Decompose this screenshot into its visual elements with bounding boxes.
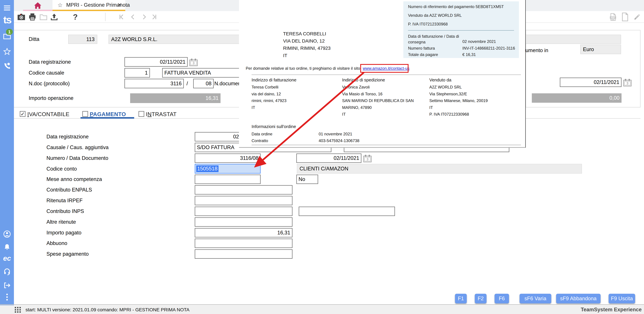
export-pdf-icon[interactable]: PDF xyxy=(609,13,617,21)
invoice-bottom-rule xyxy=(252,144,521,145)
seller-title: Venduto da xyxy=(429,77,452,83)
order-info-title: Informazioni sull'ordine xyxy=(252,124,296,129)
camera-capture-icon[interactable] xyxy=(17,13,25,21)
data-registrazione-field[interactable]: 02/11/2021 xyxy=(124,57,188,67)
f2-button[interactable]: F2 xyxy=(475,294,486,304)
f6-button[interactable]: F6 xyxy=(494,294,509,304)
tab-close-icon[interactable]: ✕ xyxy=(118,2,122,8)
pg-mese-anno-field[interactable] xyxy=(195,175,260,184)
total-due-label: Totale da pagare xyxy=(408,52,438,57)
importo-operazione-label: Importo operazione xyxy=(29,95,74,101)
shipping-address-line: Via Masio di Tonso, 16 xyxy=(342,92,382,96)
tab-iva-contabile[interactable]: IVA/CONTABILE xyxy=(27,111,70,117)
calendar-icon[interactable]: 3 xyxy=(363,154,372,163)
tab-pagamento[interactable]: PAGAMENTO xyxy=(90,111,126,117)
f1-button[interactable]: F1 xyxy=(455,294,467,304)
tab-intrastat[interactable]: INTRASTAT xyxy=(146,111,176,117)
active-tab-indicator xyxy=(80,117,134,119)
group-right-border xyxy=(640,30,640,107)
pg-irpef-label: Ritenuta IRPEF xyxy=(46,198,82,204)
home-tab-underline xyxy=(23,10,52,11)
home-tab[interactable] xyxy=(23,0,52,11)
pg-enpals-field[interactable] xyxy=(195,185,292,195)
nav-prev-icon[interactable] xyxy=(129,13,137,21)
data-documento-field[interactable]: 02/11/2021 xyxy=(560,78,622,87)
logout-exit-icon[interactable] xyxy=(3,281,11,290)
nav-last-icon[interactable] xyxy=(150,13,158,21)
ndoc-field[interactable]: 3116 xyxy=(124,79,184,88)
nav-first-icon[interactable] xyxy=(118,13,126,21)
print-icon[interactable] xyxy=(28,13,36,21)
pg-codice-conto-field[interactable]: 1505518 xyxy=(195,164,260,174)
pg-importo-pagato-label: Importo pagato xyxy=(46,230,82,236)
sf9-abbandona-button[interactable]: sF9 Abbandona xyxy=(556,294,600,304)
pg-spese-field[interactable] xyxy=(195,249,292,259)
pg-data-registrazione-label: Data registrazione xyxy=(46,134,89,140)
pg-inps-extra-field[interactable] xyxy=(299,207,395,216)
codice-causale-label: Codice causale xyxy=(29,70,64,76)
contract-value: 403-5475924-1306738 xyxy=(319,138,360,143)
support-headset-icon[interactable] xyxy=(3,268,11,276)
seller-line: IT xyxy=(429,105,433,110)
annotation-highlight-box xyxy=(360,64,408,73)
pg-irpef-field[interactable] xyxy=(195,196,292,205)
pg-inps-field[interactable] xyxy=(195,207,292,216)
active-tab[interactable]: ☆ MPRI - Gestione Primanota ✕ xyxy=(52,0,125,10)
f9-uscita-button[interactable]: F9 Uscita xyxy=(608,294,635,304)
pagamento-checkbox[interactable] xyxy=(82,111,88,117)
pg-altre-label: Altre ritenute xyxy=(46,219,76,225)
notifications-bell-icon[interactable] xyxy=(3,243,11,251)
codice-causale-field[interactable]: 1 xyxy=(124,68,150,78)
ndoc-suffix-field[interactable]: 08 xyxy=(193,79,214,88)
importo-operazione-field: 16,31 xyxy=(130,93,220,103)
more-options-icon[interactable] xyxy=(3,293,11,301)
billing-address-line: rimini, rimini, 47923 xyxy=(252,98,286,103)
iva-contabile-checkbox[interactable]: ✓ xyxy=(20,111,26,117)
ditta-code-field[interactable]: 113 xyxy=(68,35,97,44)
pg-conto-desc-field: CLIENTI C/AMAZON xyxy=(297,164,582,174)
edit-pencil-icon[interactable] xyxy=(633,13,641,21)
codice-causale-desc-field[interactable]: FATTURA VENDITA xyxy=(162,68,250,78)
pg-abbuono-field[interactable] xyxy=(195,239,292,248)
app-root: ts 1 ec ☆ xyxy=(0,0,644,314)
pg-numero-field[interactable]: 3116/08 xyxy=(195,153,260,163)
teamsystem-logo[interactable]: ts xyxy=(1,14,13,25)
billing-address-line: Teresa Corbelli xyxy=(252,85,278,89)
pg-flag-field[interactable]: No xyxy=(296,175,318,184)
pg-altre-field[interactable] xyxy=(195,217,292,227)
pg-causale-label: Causale / Caus. aggiuntiva xyxy=(46,144,109,150)
grid-menu-icon[interactable] xyxy=(15,307,21,313)
user-profile-icon[interactable] xyxy=(3,230,11,238)
intrastat-checkbox[interactable] xyxy=(138,111,144,117)
seller-line: P. IVA IT07212330968 xyxy=(429,112,469,117)
phone-contacts-icon[interactable] xyxy=(3,62,11,70)
sf6-varia-button[interactable]: sF6 Varia xyxy=(520,294,551,304)
seller-line: Settimo Milanese, Milano, 20019 xyxy=(429,98,488,103)
open-folder-icon[interactable] xyxy=(40,13,48,21)
billing-address-line: IT xyxy=(252,105,255,110)
calendar-icon[interactable]: 3 xyxy=(189,58,198,66)
valuta-field[interactable]: Euro xyxy=(580,44,621,54)
data-registrazione-label: Data registrazione xyxy=(29,59,71,65)
hamburger-menu-icon[interactable] xyxy=(3,4,11,12)
help-icon[interactable]: ? xyxy=(73,12,78,21)
pg-importo-pagato-field[interactable]: 16,31 xyxy=(195,228,292,237)
nav-next-icon[interactable] xyxy=(140,13,148,21)
order-date-value: 01 novembre 2021 xyxy=(319,132,352,136)
tab-favorite-star-icon[interactable]: ☆ xyxy=(58,2,62,8)
statusbar-separator xyxy=(0,304,644,305)
pg-data-documento-field[interactable]: 02/11/2021 xyxy=(296,153,362,163)
left-sidebar: ts 1 ec xyxy=(0,0,14,305)
ec-app-icon[interactable]: ec xyxy=(2,254,12,262)
invoice-date-value: 02 novembre 2021 xyxy=(462,39,496,44)
pg-spese-label: Spese pagamento xyxy=(46,251,89,257)
invoice-overlay: TERESA CORBELLI VIA DEL DAINO, 12 RIMINI… xyxy=(239,0,526,148)
favorites-star-icon[interactable] xyxy=(3,47,11,56)
upload-export-icon[interactable] xyxy=(50,13,58,21)
billing-address-title: Indirizzo di fatturazione xyxy=(252,77,296,83)
calendar-icon[interactable]: 3 xyxy=(623,79,632,87)
seller-line: Via Stephenson,32/E xyxy=(429,92,467,96)
payment-summary-box: Numero di riferimento del pagamento 5EBD… xyxy=(403,1,519,58)
invoice-recipient-line: VIA DEL DAINO, 12 xyxy=(283,38,325,44)
new-document-icon[interactable] xyxy=(621,13,629,21)
